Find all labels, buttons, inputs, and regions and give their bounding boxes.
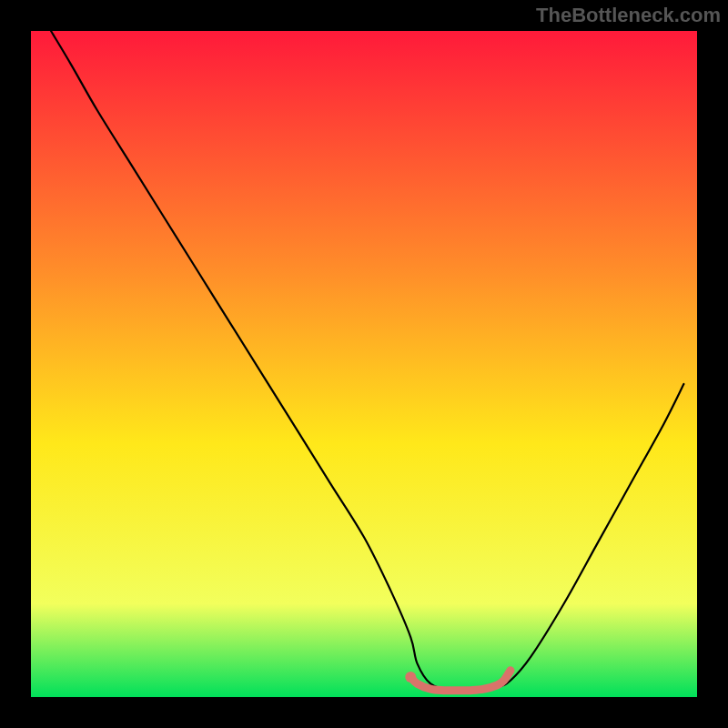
chart-svg: TheBottleneck.com <box>0 0 728 728</box>
bottom-marker-dot <box>405 672 416 682</box>
chart-background <box>31 31 697 697</box>
bottleneck-chart: TheBottleneck.com <box>0 0 728 728</box>
watermark-text: TheBottleneck.com <box>536 4 721 26</box>
